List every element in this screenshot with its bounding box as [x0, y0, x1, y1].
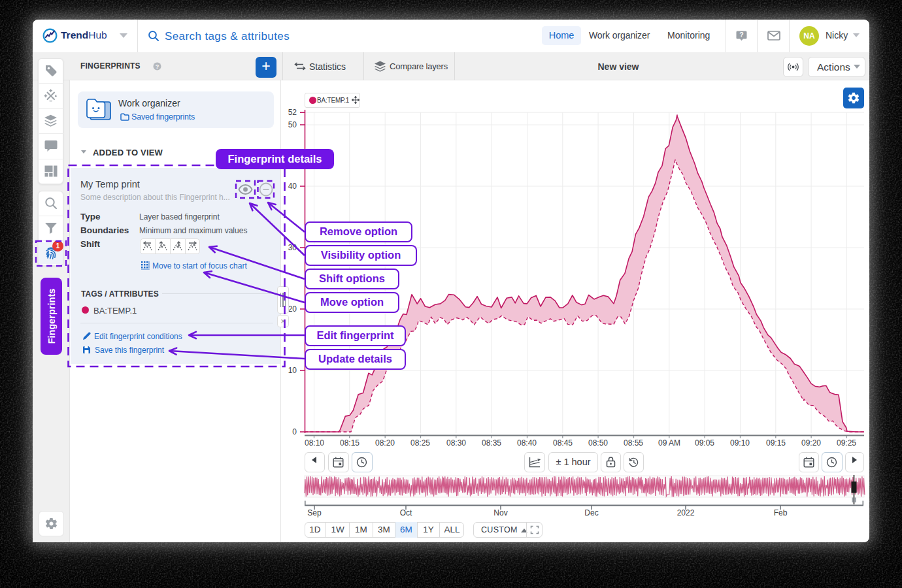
svg-text:?: ? [156, 63, 159, 70]
svg-text:?: ? [739, 31, 743, 39]
